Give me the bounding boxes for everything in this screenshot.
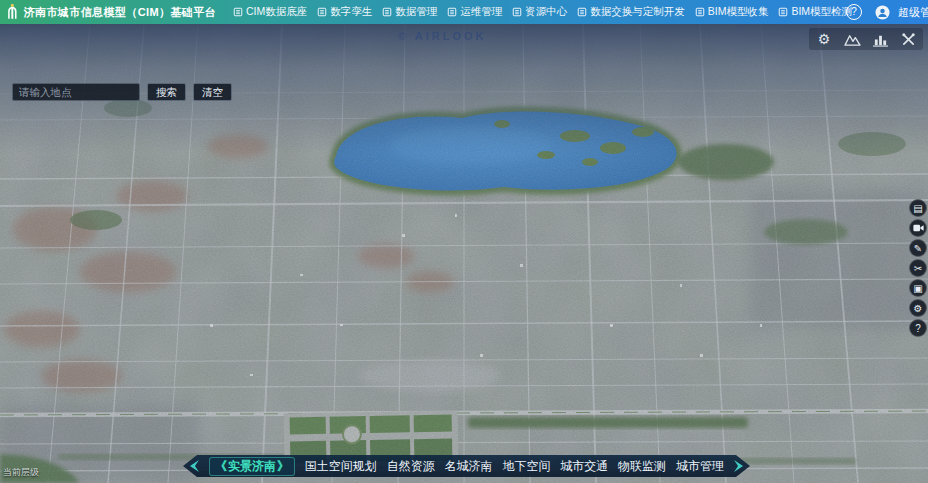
tab-famous-city-jinan[interactable]: 名城济南 (445, 458, 493, 475)
help-icon[interactable]: ? (846, 4, 862, 20)
layers-icon[interactable]: ▤ (909, 199, 927, 217)
pencil-glyph: ✎ (914, 243, 922, 254)
search-button[interactable]: 搜索 (147, 83, 186, 101)
active-tab-decor-left: 《 (215, 458, 227, 474)
menu-label: CIM数据底座 (246, 5, 307, 19)
camera-icon[interactable] (909, 219, 927, 237)
gear-icon[interactable]: ⚙ (909, 299, 927, 317)
mountains-glyph (844, 32, 861, 47)
menu-doc-icon (382, 7, 392, 17)
clear-button[interactable]: 清空 (193, 83, 232, 101)
bottom-theme-nav: 《 实景济南 》 国土空间规划 自然资源 名城济南 地下空间 城市交通 物联监测… (183, 455, 750, 477)
gear-glyph: ⚙ (914, 303, 923, 314)
terrain-analysis-icon[interactable] (843, 30, 861, 48)
tab-real-scene-jinan[interactable]: 《 实景济南 》 (209, 457, 295, 476)
top-navigation-bar: 济南市城市信息模型（CIM）基础平台 CIM数据底座 数字孪生 数据管理 运维管… (0, 0, 928, 24)
menu-label: BIM模型检测 (791, 5, 852, 19)
tab-urban-traffic[interactable]: 城市交通 (560, 458, 608, 475)
menu-resource-center[interactable]: 资源中心 (512, 5, 567, 19)
cim-platform-page: { "app": { "title": "济南市城市信息模型（CIM）基础平台"… (0, 0, 928, 483)
map-status-label: 当前层级 (3, 466, 39, 479)
map-search-bar: 搜索 清空 (12, 83, 232, 101)
crossed-tools-icon[interactable] (899, 30, 917, 48)
menu-label: 数据管理 (395, 5, 437, 19)
nav-arrow-right-icon (734, 460, 743, 472)
menu-digital-twin[interactable]: 数字孪生 (317, 5, 372, 19)
user-name[interactable]: 超级管理员 (898, 5, 928, 20)
menu-doc-icon (577, 7, 587, 17)
tools-glyph (901, 32, 916, 47)
active-tab-decor-right: 》 (277, 458, 289, 474)
menu-doc-icon (695, 7, 705, 17)
jinan-spring-logo-icon (6, 3, 19, 21)
tab-iot-monitoring[interactable]: 物联监测 (618, 458, 666, 475)
pencil-icon[interactable]: ✎ (909, 239, 927, 257)
menu-doc-icon (233, 7, 243, 17)
camera-glyph (913, 224, 924, 232)
bar-chart-icon[interactable] (871, 30, 889, 48)
menu-doc-icon (512, 7, 522, 17)
menu-label: 数据交换与定制开发 (590, 5, 685, 19)
menu-label: BIM模型收集 (708, 5, 769, 19)
help-icon[interactable]: ? (909, 319, 927, 337)
menu-bim-model-collection[interactable]: BIM模型收集 (695, 5, 769, 19)
nav-arrow-left-icon (190, 460, 199, 472)
menu-data-exchange-dev[interactable]: 数据交换与定制开发 (577, 5, 685, 19)
layers-glyph: ▤ (913, 203, 922, 214)
tab-underground-space[interactable]: 地下空间 (502, 458, 550, 475)
screenshot-glyph: ▣ (913, 283, 922, 294)
menu-doc-icon (317, 7, 327, 17)
gear-glyph: ⚙ (818, 31, 831, 47)
menu-cim-data-base[interactable]: CIM数据底座 (233, 5, 307, 19)
search-input[interactable] (12, 83, 140, 101)
tab-natural-resources[interactable]: 自然资源 (387, 458, 435, 475)
scissors-glyph: ✂ (914, 263, 922, 274)
scissors-icon[interactable]: ✂ (909, 259, 927, 277)
help-glyph: ? (915, 323, 921, 334)
menu-data-management[interactable]: 数据管理 (382, 5, 437, 19)
screenshot-icon[interactable]: ▣ (909, 279, 927, 297)
menu-label: 数字孪生 (330, 5, 372, 19)
page-title: 济南市城市信息模型（CIM）基础平台 (24, 5, 216, 20)
menu-ops-management[interactable]: 运维管理 (447, 5, 502, 19)
engine-watermark: © AIRLOOK (398, 30, 486, 42)
menu-bim-model-inspection[interactable]: BIM模型检测 (778, 5, 852, 19)
tab-land-spatial-planning[interactable]: 国土空间规划 (305, 458, 377, 475)
user-avatar[interactable] (875, 5, 890, 20)
main-menu: CIM数据底座 数字孪生 数据管理 运维管理 资源中心 数据交换与定制开发 BI… (233, 5, 836, 19)
map-toolbar-top-right: ⚙ (809, 28, 923, 50)
gear-icon[interactable]: ⚙ (815, 30, 833, 48)
map-toolbar-right-edge: ▤ ✎ ✂ ▣ ⚙ ? (909, 199, 927, 337)
tab-city-management[interactable]: 城市管理 (676, 458, 724, 475)
menu-doc-icon (778, 7, 788, 17)
menu-label: 运维管理 (460, 5, 502, 19)
menu-label: 资源中心 (525, 5, 567, 19)
menu-doc-icon (447, 7, 457, 17)
tab-label: 实景济南 (228, 458, 276, 474)
bars-glyph (872, 32, 889, 47)
